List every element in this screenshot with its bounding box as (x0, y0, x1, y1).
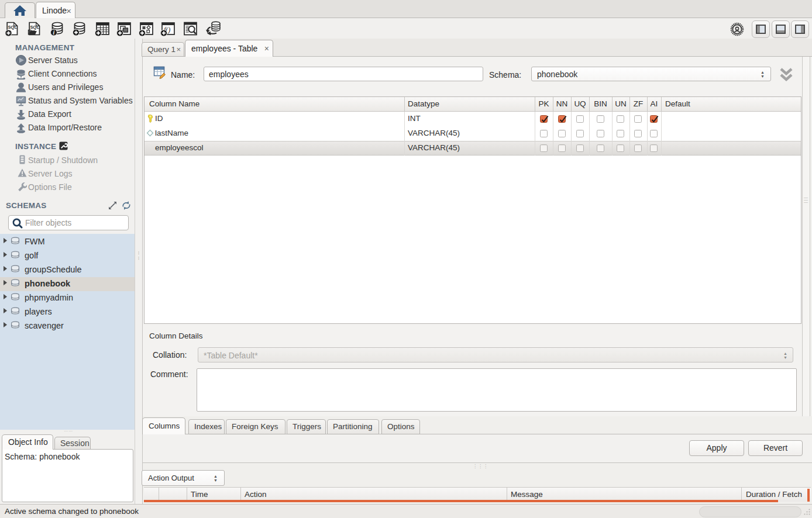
svg-text:i: i (53, 29, 55, 36)
